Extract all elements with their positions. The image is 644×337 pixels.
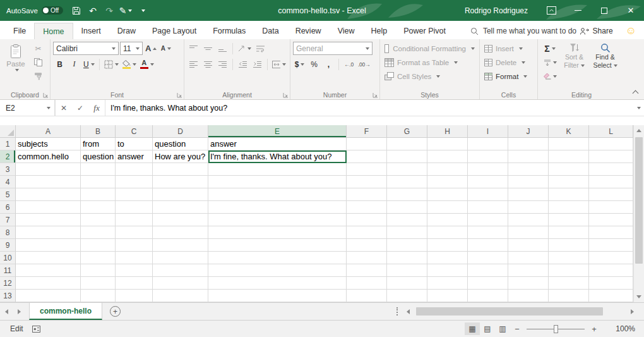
column-header-L[interactable]: L (589, 125, 633, 138)
increase-indent-button[interactable] (251, 58, 264, 71)
cell-K6[interactable] (549, 201, 589, 214)
cell-F10[interactable] (347, 252, 387, 264)
cell-I4[interactable] (468, 176, 508, 188)
cell-B5[interactable] (81, 188, 116, 201)
ribbon-tab-data[interactable]: Data (254, 23, 287, 39)
cell-B9[interactable] (81, 239, 116, 252)
row-header-10[interactable]: 10 (0, 252, 16, 264)
cell-H5[interactable] (427, 188, 468, 201)
cell-A13[interactable] (16, 290, 81, 302)
cell-K3[interactable] (549, 163, 589, 176)
cell-G12[interactable] (387, 277, 427, 290)
zoom-in-button[interactable]: + (587, 322, 601, 335)
cell-A7[interactable] (16, 214, 81, 226)
cell-B10[interactable] (81, 252, 116, 264)
scroll-down-button[interactable] (634, 291, 644, 302)
cell-E5[interactable] (208, 188, 347, 201)
paste-button[interactable]: Paste (3, 42, 29, 71)
cell-D9[interactable] (153, 239, 208, 252)
ribbon-display-options-button[interactable] (538, 0, 564, 21)
cell-G1[interactable] (387, 138, 427, 150)
scroll-right-button[interactable] (627, 306, 638, 317)
cell-J5[interactable] (508, 188, 549, 201)
decrease-indent-button[interactable] (236, 58, 249, 71)
ribbon-tab-file[interactable]: File (5, 23, 34, 39)
conditional-formatting-button[interactable]: Conditional Formatting (383, 42, 477, 56)
delete-cells-button[interactable]: Delete (482, 56, 535, 70)
format-painter-button[interactable] (32, 70, 45, 83)
cell-D3[interactable] (153, 163, 208, 176)
cell-J6[interactable] (508, 201, 549, 214)
cell-B7[interactable] (81, 214, 116, 226)
cell-E2[interactable]: I'm fine, thanks. What about you? (208, 150, 347, 163)
cell-A2[interactable]: common.hello (16, 150, 81, 163)
column-header-B[interactable]: B (81, 125, 116, 138)
cell-K11[interactable] (549, 264, 589, 277)
zoom-level[interactable]: 100% (606, 324, 635, 333)
row-header-3[interactable]: 3 (0, 163, 16, 176)
cell-K2[interactable] (549, 150, 589, 163)
cell-K7[interactable] (549, 214, 589, 226)
cell-styles-button[interactable]: Cell Styles (383, 70, 477, 83)
vertical-scrollbar[interactable] (633, 125, 644, 302)
cell-H8[interactable] (427, 226, 468, 239)
cell-I12[interactable] (468, 277, 508, 290)
zoom-slider[interactable] (527, 329, 585, 329)
column-header-F[interactable]: F (347, 125, 387, 138)
cell-B3[interactable] (81, 163, 116, 176)
cell-G7[interactable] (387, 214, 427, 226)
cell-E4[interactable] (208, 176, 347, 188)
font-color-button[interactable]: A (139, 58, 155, 71)
cell-D10[interactable] (153, 252, 208, 264)
ribbon-tab-review[interactable]: Review (287, 23, 330, 39)
grow-font-button[interactable]: A (144, 42, 158, 55)
ribbon-tab-view[interactable]: View (330, 23, 363, 39)
cell-D7[interactable] (153, 214, 208, 226)
cell-J7[interactable] (508, 214, 549, 226)
cell-C8[interactable] (116, 226, 153, 239)
cell-F3[interactable] (347, 163, 387, 176)
cell-A9[interactable] (16, 239, 81, 252)
increase-decimal-button[interactable]: ←.0 (342, 58, 355, 71)
cell-D11[interactable] (153, 264, 208, 277)
row-header-6[interactable]: 6 (0, 201, 16, 214)
shrink-font-button[interactable]: A (159, 42, 172, 55)
previous-sheet-button[interactable] (0, 303, 13, 320)
cell-K8[interactable] (549, 226, 589, 239)
maximize-button[interactable] (591, 0, 617, 21)
cell-F2[interactable] (347, 150, 387, 163)
column-header-D[interactable]: D (153, 125, 208, 138)
cell-I11[interactable] (468, 264, 508, 277)
cell-L3[interactable] (589, 163, 633, 176)
cell-I9[interactable] (468, 239, 508, 252)
cell-F6[interactable] (347, 201, 387, 214)
cell-F5[interactable] (347, 188, 387, 201)
bold-button[interactable]: B (53, 58, 66, 71)
find-select-button[interactable]: Find & Select (590, 42, 620, 70)
macro-record-button[interactable] (32, 326, 40, 333)
row-header-7[interactable]: 7 (0, 214, 16, 226)
cell-E1[interactable]: answer (208, 138, 347, 150)
cell-B6[interactable] (81, 201, 116, 214)
fill-button[interactable] (542, 56, 558, 69)
horizontal-scrollbar[interactable] (403, 306, 638, 317)
cell-H4[interactable] (427, 176, 468, 188)
save-button[interactable] (69, 3, 83, 18)
cell-F13[interactable] (347, 290, 387, 302)
cell-F9[interactable] (347, 239, 387, 252)
cell-G11[interactable] (387, 264, 427, 277)
cell-J8[interactable] (508, 226, 549, 239)
merge-center-button[interactable] (271, 58, 287, 71)
tell-me-box[interactable]: Tell me what you want to do (470, 23, 576, 39)
cell-E8[interactable] (208, 226, 347, 239)
column-header-C[interactable]: C (116, 125, 153, 138)
column-header-E[interactable]: E (208, 125, 347, 138)
cell-L7[interactable] (589, 214, 633, 226)
horizontal-scroll-track[interactable] (414, 306, 627, 317)
cell-B2[interactable]: question (81, 150, 116, 163)
align-top-button[interactable] (187, 42, 200, 55)
fill-color-button[interactable] (121, 58, 138, 71)
clear-button[interactable] (542, 70, 558, 83)
cell-G13[interactable] (387, 290, 427, 302)
cell-H11[interactable] (427, 264, 468, 277)
